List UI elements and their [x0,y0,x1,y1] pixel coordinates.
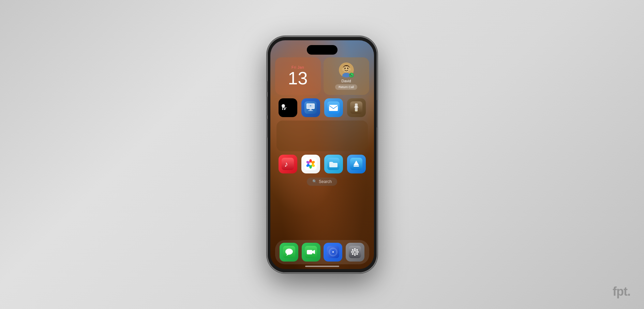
svg-point-40 [332,251,334,253]
svg-point-2 [343,66,349,72]
photos-icon[interactable] [301,155,320,173]
svg-rect-45 [354,254,356,256]
svg-rect-32 [354,166,359,167]
top-widgets-row: Fri Jan 13 [275,57,369,95]
app-row-1: tv [275,98,369,117]
svg-point-43 [354,251,356,253]
dock [275,240,369,264]
search-label: Search [319,179,332,184]
power-button[interactable] [377,100,378,127]
messages-dock-icon[interactable] [280,243,298,262]
app-store-icon[interactable] [347,155,366,173]
mail-logo [327,101,340,114]
app-store-logo [350,158,362,170]
return-call-button[interactable]: Return Call [335,84,357,90]
contact-notification-widget[interactable]: 📞 David Return Call [324,57,369,95]
call-badge: 📞 [349,73,354,78]
photos-logo [304,158,317,170]
calendar-widget[interactable]: Fri Jan 13 [275,57,321,95]
flashlight-logo [350,101,362,114]
keynote-icon[interactable] [301,98,320,117]
facetime-dock-icon[interactable] [302,243,320,262]
facetime-logo [305,246,317,258]
contact-name: David [341,79,351,83]
empty-widget-area [276,121,368,151]
phone-frame: Fri Jan 13 [268,37,377,272]
settings-dock-icon[interactable] [346,243,364,262]
svg-rect-16 [329,105,338,111]
mail-icon[interactable] [324,98,343,117]
home-indicator[interactable] [305,266,339,267]
files-icon[interactable] [324,155,343,173]
flashlight-icon[interactable] [347,98,366,117]
volume-down-button[interactable] [266,119,268,138]
watermark: fpt. [613,284,630,299]
apple-tv-logo: tv [281,103,294,112]
dynamic-island [307,45,338,55]
svg-point-5 [342,68,344,71]
search-pill[interactable]: 🔍 Search [307,178,337,186]
svg-rect-46 [351,251,353,253]
files-logo [327,158,340,170]
svg-point-29 [309,163,312,165]
search-icon: 🔍 [312,179,317,184]
music-logo: ♪ [282,158,294,170]
mute-button[interactable] [266,81,268,92]
svg-point-4 [347,68,348,69]
settings-logo [349,246,361,258]
svg-rect-47 [357,251,359,253]
volume-up-button[interactable] [266,97,268,115]
home-screen: Fri Jan 13 [270,40,374,269]
svg-text:♪: ♪ [284,160,288,168]
svg-rect-44 [354,248,356,250]
svg-point-6 [349,68,351,71]
app-row-2: ♪ [275,155,369,173]
phone-icon: 📞 [350,74,353,76]
safari-dock-icon[interactable] [324,243,342,262]
phone-screen: Fri Jan 13 [270,40,374,269]
svg-rect-12 [310,109,312,110]
contact-avatar-wrap: 📞 [339,62,354,78]
svg-point-3 [344,68,346,69]
keynote-logo [304,101,317,114]
svg-point-19 [355,110,358,112]
apple-tv-icon[interactable]: tv [279,98,297,117]
messages-logo [283,246,295,258]
search-bar[interactable]: 🔍 Search [282,178,362,186]
svg-rect-11 [307,104,314,108]
music-icon[interactable]: ♪ [279,155,297,173]
calendar-date: 13 [288,69,308,87]
svg-rect-36 [307,250,312,254]
svg-point-34 [285,249,293,255]
safari-logo [327,246,339,258]
svg-rect-13 [308,110,313,111]
spacer [275,190,369,235]
